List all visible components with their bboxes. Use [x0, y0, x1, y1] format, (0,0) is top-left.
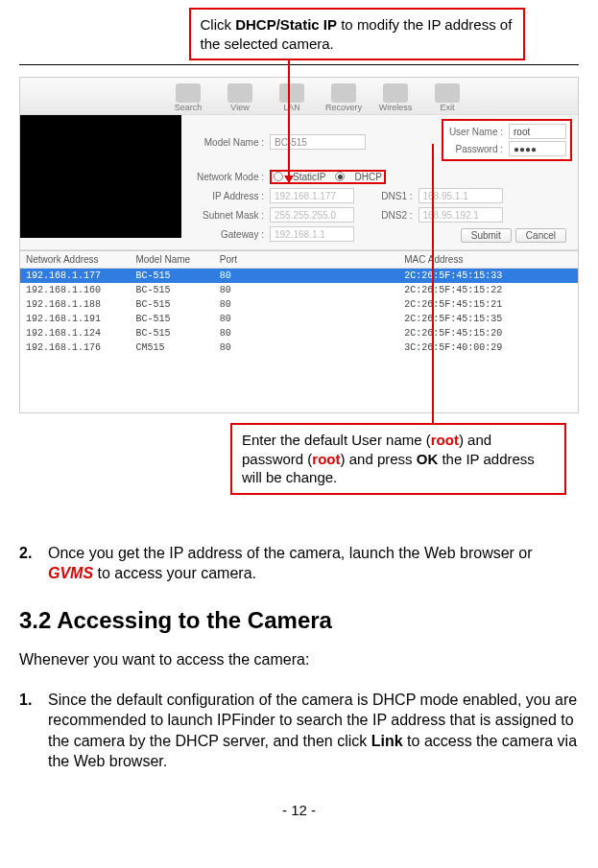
lan-icon	[279, 83, 304, 103]
page-number: - 12 -	[19, 801, 579, 820]
model-name-value: BC-515	[270, 134, 366, 150]
cell-addr: 192.168.1.160	[20, 283, 130, 297]
staticip-radio[interactable]	[274, 172, 283, 181]
submit-button[interactable]: Submit	[461, 228, 512, 243]
ipfinder-window: Search View LAN Recovery Wireless Exit U…	[19, 77, 579, 413]
view-icon	[227, 83, 252, 103]
toolbar-search-button[interactable]: Search	[164, 83, 212, 112]
col-mac: MAC Address	[251, 251, 578, 269]
dns2-input[interactable]: 168.95.192.1	[419, 207, 503, 223]
paragraph: Whenever you want to access the camera:	[19, 649, 579, 670]
callout-text: Enter the default User name (	[242, 432, 431, 448]
dns1-input[interactable]: 168.95.1.1	[419, 188, 503, 203]
step-number: 2.	[19, 543, 48, 584]
toolbar: Search View LAN Recovery Wireless Exit	[20, 78, 578, 114]
col-port: Port	[214, 251, 251, 269]
callout-bottom: Enter the default User name (root) and p…	[230, 423, 566, 495]
cell-mac: 2C:26:5F:45:15:20	[251, 326, 578, 340]
toolbar-wireless-button[interactable]: Wireless	[371, 83, 419, 112]
password-label: Password :	[447, 144, 509, 154]
table-empty-space	[20, 355, 578, 412]
ip-address-label: IP Address :	[187, 191, 270, 201]
callout-ok: OK	[417, 451, 439, 467]
dhcp-label: DHCP	[354, 172, 381, 182]
recovery-icon	[331, 83, 356, 103]
table-row[interactable]: 192.168.1.188BC-515802C:26:5F:45:15:21	[20, 297, 578, 312]
step-number: 1.	[19, 690, 48, 772]
toolbar-label: Exit	[440, 103, 454, 112]
table-row[interactable]: 192.168.1.160BC-515802C:26:5F:45:15:22	[20, 283, 578, 297]
cell-port: 80	[214, 326, 251, 340]
callout-root1: root	[431, 432, 459, 448]
col-model: Model Name	[130, 251, 213, 269]
toolbar-view-button[interactable]: View	[216, 83, 264, 112]
dhcp-radio[interactable]	[335, 172, 345, 181]
subnet-input[interactable]: 255.255.255.0	[270, 207, 354, 223]
settings-form: User Name : root Password : ●●●● Model N…	[181, 115, 578, 249]
table-row[interactable]: 192.168.1.177BC-515802C:26:5F:45:15:33	[20, 269, 578, 284]
section-heading: 3.2 Accessing to the Camera	[19, 605, 579, 636]
cell-model: BC-515	[130, 326, 213, 340]
arrow-top-icon	[288, 58, 290, 182]
ip-address-input[interactable]: 192.168.1.177	[270, 188, 354, 203]
cell-port: 80	[214, 312, 251, 326]
text: to access your camera.	[93, 565, 256, 581]
cell-model: BC-515	[130, 283, 213, 297]
toolbar-label: Wireless	[379, 103, 413, 112]
cell-model: BC-515	[130, 297, 213, 312]
cell-addr: 192.168.1.191	[20, 312, 130, 326]
gateway-input[interactable]: 192.168.1.1	[270, 226, 354, 242]
callout-root2: root	[312, 451, 340, 467]
toolbar-label: Search	[175, 103, 203, 112]
table-row[interactable]: 192.168.1.191BC-515802C:26:5F:45:15:35	[20, 312, 578, 326]
toolbar-recovery-button[interactable]: Recovery	[320, 83, 368, 112]
table-row[interactable]: 192.168.1.176CM515803C:26:5F:40:00:29	[20, 340, 578, 355]
username-input[interactable]: root	[509, 124, 566, 139]
dns1-label: DNS1 :	[380, 191, 419, 201]
cell-addr: 192.168.1.176	[20, 340, 130, 355]
cell-mac: 2C:26:5F:45:15:22	[251, 283, 578, 297]
username-label: User Name :	[447, 127, 509, 137]
table-header-row: Network Address Model Name Port MAC Addr…	[20, 251, 578, 269]
cell-mac: 3C:26:5F:40:00:29	[251, 340, 578, 355]
cancel-button[interactable]: Cancel	[515, 228, 566, 243]
col-addr: Network Address	[20, 251, 130, 269]
cell-mac: 2C:26:5F:45:15:21	[251, 297, 578, 312]
toolbar-lan-button[interactable]: LAN	[268, 83, 316, 112]
callout-bold: DHCP/Static IP	[235, 16, 337, 33]
staticip-label: StaticIP	[293, 172, 325, 182]
callout-text: Click	[201, 16, 236, 33]
toolbar-exit-button[interactable]: Exit	[423, 83, 471, 112]
callout-text: ) and press	[341, 451, 417, 467]
cell-addr: 192.168.1.177	[20, 269, 130, 284]
cell-mac: 2C:26:5F:45:15:35	[251, 312, 578, 326]
password-input[interactable]: ●●●●	[509, 141, 566, 156]
subnet-label: Subnet Mask :	[187, 210, 270, 221]
credentials-box: User Name : root Password : ●●●●	[442, 119, 572, 161]
toolbar-label: LAN	[283, 103, 300, 112]
link-text: Link	[371, 733, 403, 749]
wireless-icon	[383, 83, 408, 103]
cell-model: CM515	[130, 340, 213, 355]
cell-port: 80	[214, 340, 251, 355]
cell-model: BC-515	[130, 269, 213, 284]
exit-icon	[435, 83, 460, 103]
cell-model: BC-515	[130, 312, 213, 326]
gateway-label: Gateway :	[187, 229, 270, 240]
step-text: Once you get the IP address of the camer…	[48, 543, 579, 584]
device-table: Network Address Model Name Port MAC Addr…	[20, 251, 578, 355]
cell-mac: 2C:26:5F:45:15:33	[251, 269, 578, 284]
search-icon	[176, 83, 201, 103]
divider	[19, 64, 579, 65]
cell-port: 80	[214, 297, 251, 312]
toolbar-label: Recovery	[325, 103, 362, 112]
cell-port: 80	[214, 283, 251, 297]
arrow-bottom-icon	[432, 144, 434, 470]
cell-addr: 192.168.1.188	[20, 297, 130, 312]
callout-top: Click DHCP/Static IP to modify the IP ad…	[189, 8, 525, 60]
gvms-text: GVMS	[48, 565, 93, 581]
dns2-label: DNS2 :	[380, 210, 419, 221]
table-row[interactable]: 192.168.1.124BC-515802C:26:5F:45:15:20	[20, 326, 578, 340]
camera-preview	[20, 115, 181, 238]
cell-port: 80	[214, 269, 251, 284]
